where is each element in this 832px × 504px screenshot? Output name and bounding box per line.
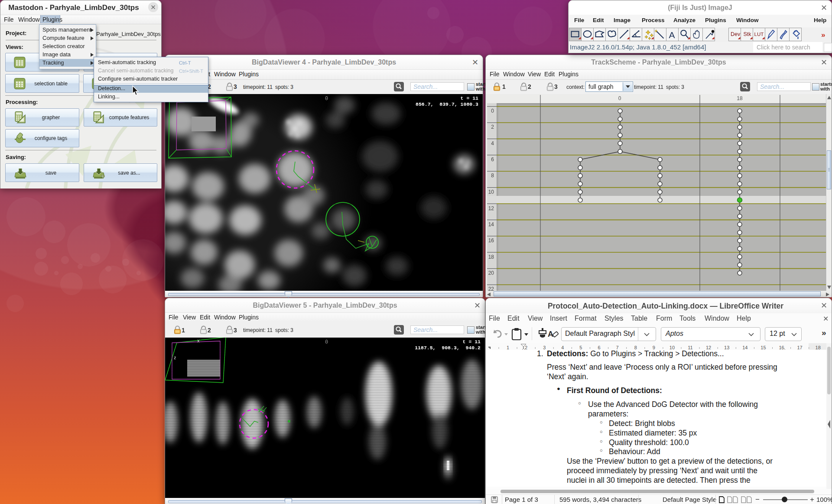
- svg-text:14: 14: [488, 221, 494, 228]
- svg-text:10: 10: [488, 189, 494, 195]
- svg-text:4: 4: [491, 140, 494, 146]
- svg-text:LUT: LUT: [754, 32, 764, 37]
- svg-text:6: 6: [491, 156, 494, 163]
- svg-text:22: 22: [488, 286, 494, 291]
- svg-text:Dev: Dev: [731, 31, 741, 37]
- svg-text:12: 12: [488, 205, 494, 211]
- svg-text:0: 0: [491, 108, 494, 114]
- svg-text:A: A: [548, 330, 553, 338]
- svg-text:16: 16: [488, 237, 494, 244]
- svg-text:»: »: [821, 31, 825, 39]
- svg-text:0: 0: [325, 96, 328, 102]
- svg-text:Stk: Stk: [744, 31, 752, 37]
- svg-text:A: A: [669, 30, 675, 40]
- svg-text:2: 2: [491, 124, 494, 130]
- svg-text:18: 18: [488, 254, 494, 260]
- svg-text:20: 20: [488, 270, 494, 276]
- svg-text:0: 0: [618, 95, 621, 101]
- svg-text:8: 8: [491, 172, 494, 179]
- svg-text:18: 18: [737, 95, 743, 101]
